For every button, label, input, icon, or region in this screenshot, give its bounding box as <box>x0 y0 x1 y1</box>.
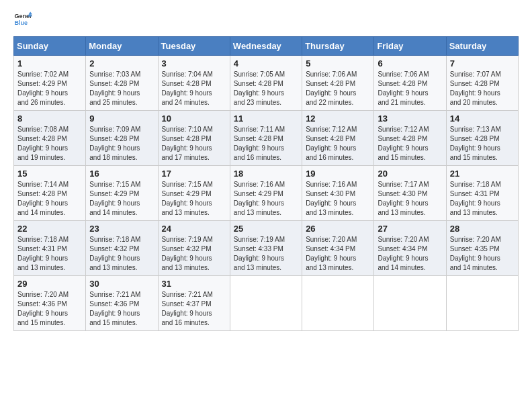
cell-text: Sunrise: 7:14 AM <box>17 180 82 189</box>
cell-text: and 13 minutes. <box>234 263 298 273</box>
cell-text: Sunset: 4:28 PM <box>89 134 154 144</box>
cell-text: Sunrise: 7:06 AM <box>306 70 370 79</box>
cell-text: Sunrise: 7:10 AM <box>162 125 226 134</box>
cell-text: Daylight: 9 hours <box>378 199 442 208</box>
cell-text: Daylight: 9 hours <box>234 89 298 98</box>
cell-text: Sunset: 4:28 PM <box>234 79 298 89</box>
cell-text: Daylight: 9 hours <box>306 254 370 263</box>
cell-text: Daylight: 9 hours <box>234 144 298 153</box>
cell-text: and 13 minutes. <box>450 208 515 218</box>
cell-text: Daylight: 9 hours <box>17 309 82 318</box>
cell-text: Sunset: 4:31 PM <box>17 244 82 254</box>
day-number: 21 <box>450 169 515 179</box>
header-cell-wednesday: Wednesday <box>230 37 302 56</box>
cell-text: Sunset: 4:28 PM <box>162 134 226 144</box>
cell-text: Daylight: 9 hours <box>162 254 226 263</box>
day-number: 4 <box>234 58 298 68</box>
day-number: 23 <box>89 224 154 234</box>
day-cell: 12Sunrise: 7:12 AMSunset: 4:28 PMDayligh… <box>302 111 374 166</box>
header-cell-thursday: Thursday <box>302 37 374 56</box>
cell-text: Daylight: 9 hours <box>234 254 298 263</box>
cell-text: and 24 minutes. <box>162 98 226 107</box>
cell-text: Sunrise: 7:15 AM <box>162 180 226 189</box>
cell-text: Daylight: 9 hours <box>450 254 515 263</box>
cell-text: Sunset: 4:29 PM <box>17 79 82 89</box>
cell-text: and 18 minutes. <box>89 153 154 163</box>
day-number: 8 <box>17 113 82 124</box>
cell-text: Sunrise: 7:08 AM <box>17 125 82 134</box>
header-cell-monday: Monday <box>86 37 158 56</box>
page: General Blue SundayMondayTuesdayWednesda… <box>0 0 532 411</box>
cell-text: Daylight: 9 hours <box>378 144 442 153</box>
day-cell: 13Sunrise: 7:12 AMSunset: 4:28 PMDayligh… <box>374 111 446 166</box>
day-cell <box>446 276 518 331</box>
cell-text: Sunrise: 7:16 AM <box>306 180 370 189</box>
calendar-body: 1Sunrise: 7:02 AMSunset: 4:29 PMDaylight… <box>14 56 519 331</box>
cell-text: Sunset: 4:28 PM <box>378 79 442 89</box>
cell-text: Sunrise: 7:19 AM <box>234 235 298 244</box>
cell-text: Sunset: 4:30 PM <box>306 189 370 199</box>
cell-text: Daylight: 9 hours <box>17 254 82 263</box>
calendar-table: SundayMondayTuesdayWednesdayThursdayFrid… <box>13 36 519 331</box>
cell-text: Sunset: 4:29 PM <box>234 189 298 199</box>
cell-text: Daylight: 9 hours <box>162 144 226 153</box>
day-number: 9 <box>89 113 154 124</box>
day-number: 26 <box>306 224 370 234</box>
cell-text: Sunrise: 7:20 AM <box>450 235 515 244</box>
cell-text: and 17 minutes. <box>162 153 226 163</box>
cell-text: Sunrise: 7:12 AM <box>378 125 442 134</box>
day-number: 15 <box>17 169 82 179</box>
cell-text: Sunrise: 7:20 AM <box>306 235 370 244</box>
cell-text: Sunset: 4:34 PM <box>306 244 370 254</box>
day-cell: 24Sunrise: 7:19 AMSunset: 4:32 PMDayligh… <box>158 221 230 276</box>
cell-text: Daylight: 9 hours <box>89 89 154 98</box>
cell-text: and 25 minutes. <box>89 98 154 107</box>
cell-text: Sunset: 4:28 PM <box>162 79 226 89</box>
cell-text: Daylight: 9 hours <box>378 89 442 98</box>
cell-text: and 26 minutes. <box>17 98 82 107</box>
logo: General Blue <box>13 11 32 30</box>
cell-text: Sunset: 4:29 PM <box>89 189 154 199</box>
day-number: 25 <box>234 224 298 234</box>
cell-text: Daylight: 9 hours <box>89 254 154 263</box>
cell-text: Daylight: 9 hours <box>162 309 226 318</box>
cell-text: Daylight: 9 hours <box>306 144 370 153</box>
day-cell: 3Sunrise: 7:04 AMSunset: 4:28 PMDaylight… <box>158 56 230 111</box>
day-cell <box>230 276 302 331</box>
day-number: 10 <box>162 113 226 124</box>
cell-text: Daylight: 9 hours <box>162 89 226 98</box>
calendar-header: SundayMondayTuesdayWednesdayThursdayFrid… <box>14 37 519 56</box>
day-number: 2 <box>89 58 154 68</box>
day-number: 3 <box>162 58 226 68</box>
day-number: 30 <box>89 279 154 289</box>
cell-text: Daylight: 9 hours <box>89 199 154 208</box>
cell-text: Sunset: 4:35 PM <box>450 244 515 254</box>
day-cell: 19Sunrise: 7:16 AMSunset: 4:30 PMDayligh… <box>302 166 374 221</box>
cell-text: and 13 minutes. <box>306 263 370 273</box>
cell-text: and 13 minutes. <box>306 208 370 218</box>
day-number: 12 <box>306 113 370 124</box>
cell-text: and 20 minutes. <box>450 98 515 107</box>
cell-text: Sunset: 4:36 PM <box>17 300 82 309</box>
day-number: 1 <box>17 58 82 68</box>
cell-text: Daylight: 9 hours <box>89 309 154 318</box>
day-number: 17 <box>162 169 226 179</box>
cell-text: Sunset: 4:32 PM <box>89 244 154 254</box>
cell-text: Sunset: 4:28 PM <box>378 134 442 144</box>
day-cell: 18Sunrise: 7:16 AMSunset: 4:29 PMDayligh… <box>230 166 302 221</box>
day-cell: 31Sunrise: 7:21 AMSunset: 4:37 PMDayligh… <box>158 276 230 331</box>
day-cell: 1Sunrise: 7:02 AMSunset: 4:29 PMDaylight… <box>14 56 86 111</box>
cell-text: Daylight: 9 hours <box>162 199 226 208</box>
cell-text: Sunrise: 7:19 AM <box>162 235 226 244</box>
cell-text: Daylight: 9 hours <box>450 199 515 208</box>
day-cell: 20Sunrise: 7:17 AMSunset: 4:30 PMDayligh… <box>374 166 446 221</box>
cell-text: Daylight: 9 hours <box>378 254 442 263</box>
day-cell: 21Sunrise: 7:18 AMSunset: 4:31 PMDayligh… <box>446 166 518 221</box>
day-number: 22 <box>17 224 82 234</box>
logo-icon: General Blue <box>13 11 32 30</box>
header-cell-sunday: Sunday <box>14 37 86 56</box>
day-cell: 5Sunrise: 7:06 AMSunset: 4:28 PMDaylight… <box>302 56 374 111</box>
cell-text: Sunrise: 7:18 AM <box>450 180 515 189</box>
cell-text: Sunset: 4:33 PM <box>234 244 298 254</box>
cell-text: Sunrise: 7:04 AM <box>162 70 226 79</box>
